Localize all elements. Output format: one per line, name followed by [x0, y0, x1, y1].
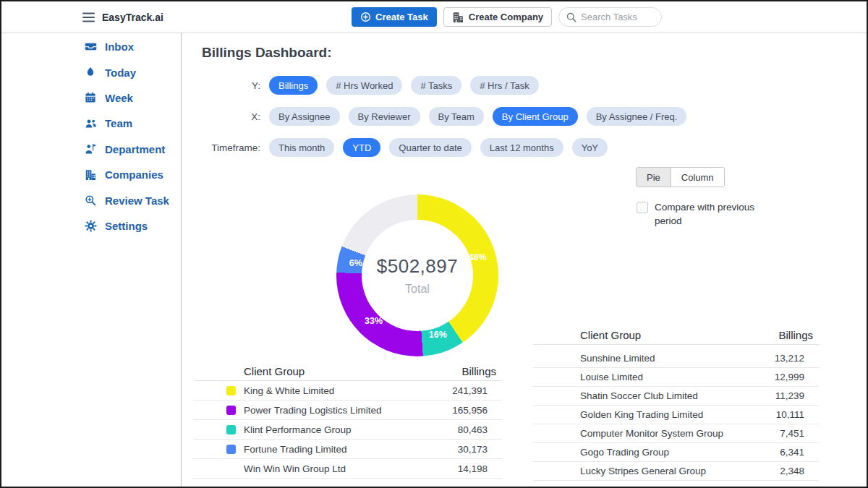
- donut-chart: 48%16%33%6% $502,897 Total: [336, 194, 498, 356]
- filter-row-label: X:: [182, 111, 260, 122]
- table-rows: King & White Limited241,391Power Trading…: [193, 381, 502, 479]
- filter-pill-by-client-group[interactable]: By Client Group: [493, 107, 578, 126]
- billings-value: 11,239: [775, 390, 819, 401]
- filter-pill-by-assignee[interactable]: By Assignee: [269, 107, 340, 126]
- billings-value: 14,198: [458, 463, 502, 474]
- building-icon: [452, 12, 464, 23]
- filter-row-y: Y:Billings# Hrs Worked# Tasks# Hrs / Tas…: [182, 76, 686, 95]
- sidebar-item-label: Inbox: [105, 40, 134, 53]
- filter-pill-ytd[interactable]: YTD: [343, 138, 380, 157]
- filter-pill-last-12-months[interactable]: Last 12 months: [480, 138, 563, 157]
- person-flag-icon: [84, 143, 97, 155]
- gear-icon: [84, 220, 97, 232]
- table-row: Shatin Soccer Club Limited11,239: [533, 387, 819, 406]
- sidebar-item-label: Today: [105, 67, 136, 79]
- client-group-name: Golden King Trading Limited: [533, 409, 776, 420]
- donut-center: $502,897 Total: [362, 220, 473, 331]
- table-row: Fortune Trading Limited30,173: [193, 440, 502, 459]
- search-input[interactable]: [581, 12, 654, 22]
- billings-value: 6,341: [780, 447, 819, 458]
- billings-value: 12,999: [775, 372, 819, 382]
- filter-pill-hrs-task[interactable]: # Hrs / Task: [470, 76, 538, 95]
- chart-type-column-button[interactable]: Column: [671, 168, 724, 187]
- sidebar-item-department[interactable]: Department: [1, 137, 181, 162]
- sidebar-item-label: Week: [105, 92, 133, 104]
- sidebar-item-settings[interactable]: Settings: [1, 213, 181, 239]
- table-row: Lucky Stripes General Group2,348: [533, 462, 819, 481]
- sidebar-item-label: Settings: [105, 220, 148, 232]
- billings-value: 2,348: [780, 466, 819, 476]
- hamburger-menu-icon[interactable]: [82, 12, 95, 22]
- table-row: King & White Limited241,391: [193, 381, 502, 401]
- create-task-label: Create Task: [375, 12, 428, 22]
- filter-row-label: Timeframe:: [182, 142, 260, 153]
- billings-value: 10,111: [776, 409, 819, 420]
- compare-checkbox[interactable]: [637, 202, 648, 213]
- app-window: EasyTrack.ai Create Task Create Company …: [0, 0, 868, 488]
- chart-type-pie-button[interactable]: Pie: [637, 168, 671, 187]
- brand: EasyTrack.ai: [82, 1, 163, 33]
- client-group-name: Win Win Win Group Ltd: [193, 463, 458, 474]
- billings-value: 30,173: [458, 444, 502, 455]
- compare-checkbox-label: Compare with previous period: [655, 201, 760, 228]
- client-group-name: Shatin Soccer Club Limited: [533, 390, 775, 401]
- filter-row-timeframe: Timeframe:This monthYTDQuarter to dateLa…: [182, 138, 686, 157]
- column-header-client-group: Client Group: [533, 329, 778, 341]
- filter-pill-by-assignee-freq[interactable]: By Assignee / Freq.: [587, 107, 687, 126]
- client-group-name: Louise Limited: [533, 372, 775, 382]
- pill-group: Billings# Hrs Worked# Tasks# Hrs / Task: [269, 76, 539, 95]
- legend-swatch: [226, 445, 236, 454]
- filter-pill-by-team[interactable]: By Team: [429, 107, 484, 126]
- flame-icon: [84, 67, 97, 79]
- brand-name: EasyTrack.ai: [102, 12, 163, 23]
- sidebar-item-label: Companies: [105, 168, 163, 181]
- search-tasks-box: [558, 7, 662, 27]
- table-rows: Sunshine Limited13,212Louise Limited12,9…: [533, 349, 819, 481]
- topbar: EasyTrack.ai Create Task Create Company: [1, 1, 867, 33]
- column-header-billings: Billings: [461, 365, 502, 377]
- billings-value: 13,212: [775, 353, 819, 364]
- filter-pill-yoy[interactable]: YoY: [572, 138, 608, 157]
- sidebar-item-team[interactable]: Team: [1, 111, 181, 136]
- sidebar-item-companies[interactable]: Companies: [1, 162, 181, 187]
- filter-pill-quarter-to-date[interactable]: Quarter to date: [389, 138, 471, 157]
- page-title: Billings Dashboard:: [202, 45, 331, 61]
- client-group-name: Sunshine Limited: [533, 353, 775, 364]
- filter-pill-by-reviewer[interactable]: By Reviewer: [349, 107, 420, 126]
- main-content: Billings Dashboard: Y:Billings# Hrs Work…: [182, 33, 867, 487]
- sidebar-item-label: Department: [105, 143, 165, 155]
- column-header-billings: Billings: [778, 329, 819, 341]
- legend-swatch: [226, 386, 236, 395]
- filter-pill-tasks[interactable]: # Tasks: [411, 76, 461, 95]
- inbox-icon: [84, 40, 97, 53]
- sidebar-item-today[interactable]: Today: [1, 59, 181, 85]
- sidebar-item-review-task[interactable]: Review Task: [1, 187, 181, 213]
- pill-group: This monthYTDQuarter to dateLast 12 mont…: [269, 138, 608, 157]
- legend-swatch: [226, 425, 236, 435]
- table-header: Client GroupBillings: [193, 361, 502, 381]
- billings-value: 165,956: [452, 405, 502, 416]
- plus-circle-icon: [360, 12, 371, 22]
- donut-total-value: $502,897: [377, 255, 458, 278]
- table-header: Client GroupBillings: [533, 325, 819, 345]
- top-clients-table: Client GroupBillingsKing & White Limited…: [193, 361, 502, 479]
- sidebar-item-label: Team: [105, 117, 132, 129]
- table-row: Sunshine Limited13,212: [533, 349, 819, 368]
- filter-pill-billings[interactable]: Billings: [269, 76, 318, 95]
- create-company-button[interactable]: Create Company: [443, 7, 552, 27]
- column-header-client-group: Client Group: [193, 365, 461, 377]
- sidebar-item-inbox[interactable]: Inbox: [1, 34, 181, 59]
- billings-value: 80,463: [458, 424, 502, 435]
- other-clients-table: Client GroupBillingsSunshine Limited13,2…: [533, 325, 819, 481]
- filter-pill-hrs-worked[interactable]: # Hrs Worked: [326, 76, 402, 95]
- table-row: Gogo Trading Group6,341: [533, 443, 819, 462]
- create-task-button[interactable]: Create Task: [352, 7, 437, 27]
- topbar-actions: Create Task Create Company: [352, 7, 662, 27]
- table-row: Louise Limited12,999: [533, 368, 819, 387]
- filter-pill-this-month[interactable]: This month: [269, 138, 334, 157]
- compare-option: Compare with previous period: [637, 201, 760, 228]
- sidebar-item-week[interactable]: Week: [1, 85, 181, 111]
- building-icon: [84, 168, 97, 181]
- client-group-name: Computer Monitor System Group: [533, 428, 780, 439]
- table-row: Klint Performance Group80,463: [193, 420, 502, 440]
